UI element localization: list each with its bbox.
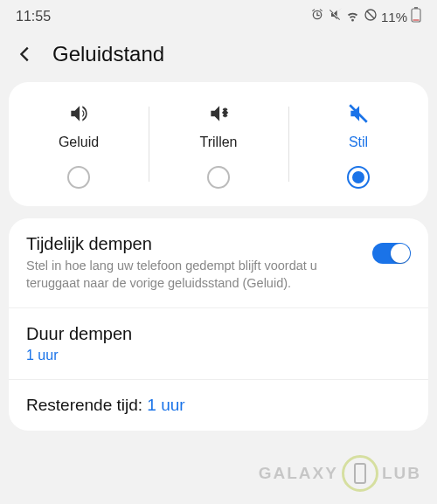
mute-icon <box>328 8 342 25</box>
svg-rect-3 <box>414 7 418 9</box>
radio-vibrate[interactable] <box>207 166 230 189</box>
volume-icon <box>67 101 90 126</box>
mode-mute[interactable]: Stil <box>288 101 428 189</box>
remaining-time-row: Resterende tijd: 1 uur <box>9 380 428 431</box>
wifi-icon <box>345 8 360 26</box>
mute-duration-title: Duur dempen <box>26 324 411 344</box>
radio-mute[interactable] <box>347 166 370 189</box>
mode-label: Trillen <box>200 135 238 150</box>
temp-mute-toggle[interactable] <box>372 243 411 264</box>
mute-icon <box>347 101 370 126</box>
battery-icon <box>411 7 421 26</box>
watermark: GALAXY LUB <box>259 455 421 492</box>
mode-sound[interactable]: Geluid <box>9 101 149 189</box>
sound-mode-card: Geluid Trillen Stil <box>9 82 428 206</box>
status-indicators: 11% <box>310 7 421 26</box>
remaining-value: 1 uur <box>147 396 184 414</box>
mode-label: Stil <box>349 135 368 150</box>
mode-label: Geluid <box>59 135 99 150</box>
mute-duration-value: 1 uur <box>26 348 411 363</box>
watermark-logo-icon <box>342 455 378 492</box>
mute-duration-setting[interactable]: Duur dempen 1 uur <box>9 308 428 380</box>
status-bar: 11:55 11% <box>0 0 437 30</box>
temp-mute-card: Tijdelijk dempen Stel in hoe lang uw tel… <box>9 218 428 431</box>
page-title: Geluidstand <box>52 42 164 66</box>
svg-line-1 <box>367 11 374 18</box>
watermark-left: GALAXY <box>259 464 338 483</box>
back-button[interactable] <box>16 45 35 64</box>
temp-mute-subtitle: Stel in hoe lang uw telefoon gedempt bli… <box>26 258 411 292</box>
battery-percent: 11% <box>381 10 407 24</box>
toggle-knob <box>391 244 410 263</box>
no-signal-icon <box>364 8 378 25</box>
svg-rect-4 <box>413 19 420 21</box>
page-header: Geluidstand <box>0 30 437 82</box>
sound-mode-row: Geluid Trillen Stil <box>9 82 428 206</box>
status-time: 11:55 <box>16 9 51 24</box>
remaining-label: Resterende tijd: <box>26 396 142 414</box>
watermark-right: LUB <box>382 464 421 483</box>
radio-sound[interactable] <box>67 166 90 189</box>
vibrate-mute-icon <box>207 101 230 126</box>
temp-mute-title: Tijdelijk dempen <box>26 234 411 254</box>
alarm-icon <box>310 8 324 25</box>
temp-mute-setting[interactable]: Tijdelijk dempen Stel in hoe lang uw tel… <box>9 218 428 308</box>
mode-vibrate[interactable]: Trillen <box>149 101 288 189</box>
